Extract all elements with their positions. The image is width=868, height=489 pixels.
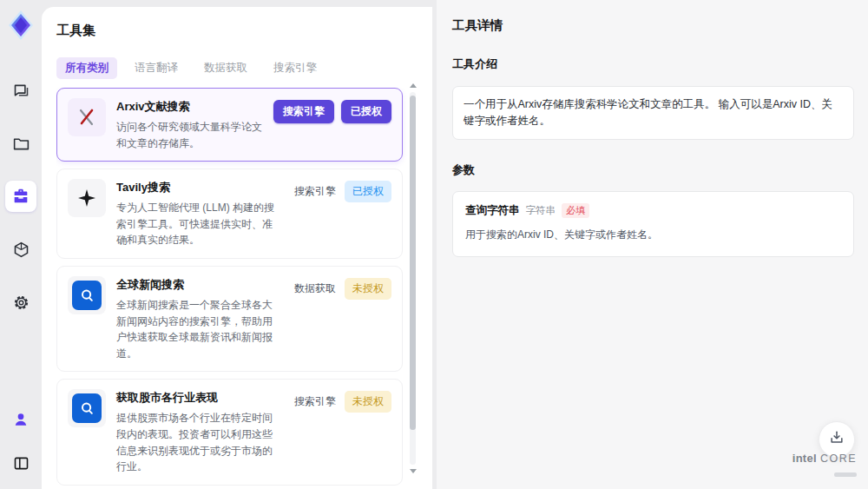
- parameter-name: 查询字符串: [465, 203, 520, 218]
- tab-0[interactable]: 所有类别: [56, 57, 117, 79]
- tool-description: 提供股票市场各个行业在特定时间段内的表现。投资者可以利用这些信息来识别表现优于或…: [116, 410, 282, 474]
- gear-icon: [12, 294, 30, 312]
- toggle-sidebar-button[interactable]: [5, 447, 36, 479]
- tool-detail-panel: 工具详情 工具介绍 一个用于从Arxiv存储库搜索科学论文和文章的工具。 输入可…: [437, 0, 868, 489]
- tool-icon: [68, 98, 106, 136]
- tool-category-tag: 搜索引擎: [293, 391, 338, 413]
- category-tabs: 所有类别语言翻译数据获取搜索引擎: [56, 57, 415, 79]
- required-badge: 必填: [562, 203, 589, 218]
- intel-wordmark: intel: [792, 452, 817, 465]
- folder-icon: [12, 135, 30, 153]
- toolbox-icon: [11, 187, 30, 206]
- tool-category-tag: 搜索引擎: [273, 100, 334, 123]
- user-icon: [12, 411, 30, 428]
- tool-card[interactable]: Arxiv文献搜索 访问各个研究领域大量科学论文和文章的存储库。 搜索引擎 已授…: [56, 88, 403, 162]
- core-wordmark: CORE: [820, 453, 857, 465]
- intel-core-logo: intel CORE: [792, 453, 857, 480]
- scroll-up-arrow[interactable]: [410, 83, 417, 88]
- tool-name: Arxiv文献搜索: [116, 99, 263, 115]
- tool-name: 全球新闻搜索: [116, 277, 282, 293]
- tool-description: 全球新闻搜索是一个聚合全球各大新闻网站内容的搜索引擎，帮助用户快速获取全球最新资…: [116, 297, 282, 361]
- page-title: 工具集: [56, 23, 415, 39]
- tool-name: 获取股市各行业表现: [116, 390, 282, 406]
- cube-icon: [12, 241, 30, 259]
- list-scrollbar[interactable]: [408, 83, 417, 489]
- tool-icon: [68, 276, 106, 314]
- intro-text: 一个用于从Arxiv存储库搜索科学论文和文章的工具。 输入可以是Arxiv ID…: [452, 86, 854, 140]
- intro-heading: 工具介绍: [452, 56, 854, 72]
- tool-card[interactable]: 获取股市各行业表现 提供股票市场各个行业在特定时间段内的表现。投资者可以利用这些…: [56, 379, 403, 485]
- parameter-type: 字符串: [526, 204, 556, 217]
- scroll-down-arrow[interactable]: [410, 469, 417, 473]
- scrollbar-thumb[interactable]: [410, 96, 416, 430]
- chat-icon: [12, 82, 30, 100]
- tab-1[interactable]: 语言翻译: [126, 57, 187, 79]
- sidebar-item-files[interactable]: [5, 128, 36, 159]
- parameter-description: 用于搜索的Arxiv ID、关键字或作者姓名。: [465, 228, 841, 242]
- tool-list-panel: 工具集 所有类别语言翻译数据获取搜索引擎 Arxiv文献搜索 访问各个研究领域大…: [42, 7, 432, 489]
- tool-name: Tavily搜索: [116, 180, 282, 195]
- tool-card[interactable]: 全球新闻搜索 全球新闻搜索是一个聚合全球各大新闻网站内容的搜索引擎，帮助用户快速…: [56, 266, 403, 372]
- tool-description: 专为人工智能代理 (LLM) 构建的搜索引擎工具。可快速提供实时、准确和真实的结…: [116, 200, 282, 248]
- detail-title: 工具详情: [452, 17, 854, 34]
- tool-auth-badge: 未授权: [345, 391, 391, 413]
- tool-description: 访问各个研究领域大量科学论文和文章的存储库。: [116, 119, 263, 151]
- tool-card[interactable]: Tavily搜索 专为人工智能代理 (LLM) 构建的搜索引擎工具。可快速提供实…: [56, 169, 403, 259]
- tool-auth-badge: 已授权: [341, 100, 391, 123]
- tool-auth-badge: 未授权: [345, 278, 391, 300]
- left-icon-rail: [0, 0, 42, 489]
- params-heading: 参数: [452, 162, 854, 178]
- sidebar-item-settings[interactable]: [5, 287, 36, 318]
- sidebar-item-chat[interactable]: [5, 75, 36, 106]
- tab-3[interactable]: 搜索引擎: [265, 57, 326, 79]
- brand-sub-mark: [834, 472, 857, 477]
- tool-category-tag: 搜索引擎: [293, 181, 338, 202]
- parameter-card: 查询字符串 字符串 必填 用于搜索的Arxiv ID、关键字或作者姓名。: [452, 191, 854, 257]
- tool-icon: [68, 179, 106, 217]
- tool-icon: [68, 389, 106, 427]
- app-logo[interactable]: [6, 9, 36, 42]
- panel-layout-icon: [12, 454, 30, 472]
- sidebar-item-toolbox[interactable]: [5, 181, 36, 212]
- tool-auth-badge: 已授权: [345, 181, 391, 202]
- download-icon: [828, 429, 845, 450]
- sidebar-item-account[interactable]: [5, 404, 36, 435]
- tool-list: Arxiv文献搜索 访问各个研究领域大量科学论文和文章的存储库。 搜索引擎 已授…: [56, 88, 415, 489]
- tool-category-tag: 数据获取: [293, 278, 338, 300]
- sidebar-item-packages[interactable]: [5, 234, 36, 265]
- tab-2[interactable]: 数据获取: [195, 57, 256, 79]
